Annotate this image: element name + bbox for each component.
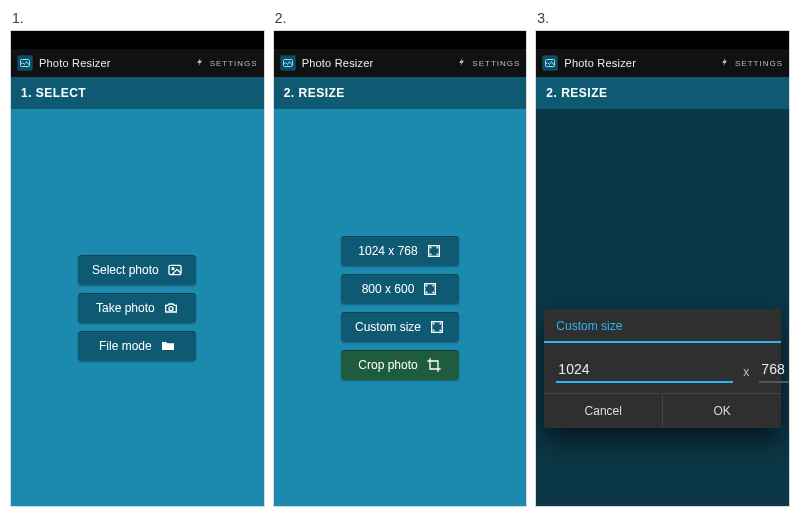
settings-label: SETTINGS [210, 59, 258, 68]
panel-1: 1. Photo Resizer SETTINGS 1. SELECT [10, 10, 265, 507]
crop-icon [426, 357, 442, 373]
phone-frame-2: Photo Resizer SETTINGS 2. RESIZE 1024 x … [273, 30, 528, 507]
folder-icon [160, 338, 176, 354]
custom-size-label: Custom size [355, 320, 421, 334]
step-header: 2. RESIZE [274, 77, 527, 109]
button-stack: Select photo Take photo File mode [78, 255, 196, 361]
android-statusbar [11, 31, 264, 49]
settings-label: SETTINGS [735, 59, 783, 68]
three-panel-layout: 1. Photo Resizer SETTINGS 1. SELECT [0, 0, 800, 517]
svg-point-3 [169, 306, 173, 310]
svg-rect-1 [169, 265, 181, 274]
step-number-1: 1. [10, 10, 265, 30]
height-input[interactable] [759, 357, 790, 383]
app-title: Photo Resizer [302, 57, 451, 69]
dialog-body: x [544, 343, 781, 393]
android-statusbar [274, 31, 527, 49]
settings-button[interactable]: SETTINGS [719, 56, 783, 70]
app-logo-icon [280, 55, 296, 71]
phone-frame-1: Photo Resizer SETTINGS 1. SELECT Select … [10, 30, 265, 507]
step-header: 1. SELECT [11, 77, 264, 109]
step-number-3: 3. [535, 10, 790, 30]
button-stack: 1024 x 768 800 x 600 Custom size [341, 236, 459, 380]
settings-run-icon [456, 56, 468, 70]
android-statusbar [536, 31, 789, 49]
app-logo-icon [542, 55, 558, 71]
expand-icon [429, 319, 445, 335]
step-number-2: 2. [273, 10, 528, 30]
size-1024-label: 1024 x 768 [358, 244, 417, 258]
panel-3: 3. Photo Resizer SETTINGS 2. RESIZE [535, 10, 790, 507]
file-mode-button[interactable]: File mode [78, 331, 196, 361]
expand-icon [426, 243, 442, 259]
app-bar: Photo Resizer SETTINGS [274, 49, 527, 77]
take-photo-button[interactable]: Take photo [78, 293, 196, 323]
app-bar: Photo Resizer SETTINGS [536, 49, 789, 77]
svg-point-2 [172, 267, 174, 269]
select-photo-button[interactable]: Select photo [78, 255, 196, 285]
settings-button[interactable]: SETTINGS [194, 56, 258, 70]
size-800-label: 800 x 600 [362, 282, 415, 296]
panel-2: 2. Photo Resizer SETTINGS 2. RESIZE [273, 10, 528, 507]
phone-frame-3: Photo Resizer SETTINGS 2. RESIZE Crop ph… [535, 30, 790, 507]
width-input[interactable] [556, 357, 733, 383]
screen-area: Select photo Take photo File mode [11, 109, 264, 506]
size-800-button[interactable]: 800 x 600 [341, 274, 459, 304]
settings-run-icon [194, 56, 206, 70]
size-1024-button[interactable]: 1024 x 768 [341, 236, 459, 266]
select-photo-label: Select photo [92, 263, 159, 277]
crop-photo-label: Crop photo [358, 358, 417, 372]
dialog-actions: Cancel OK [544, 393, 781, 428]
app-bar: Photo Resizer SETTINGS [11, 49, 264, 77]
by-separator: x [743, 365, 749, 383]
ok-button[interactable]: OK [662, 394, 781, 428]
app-logo-icon [17, 55, 33, 71]
file-mode-label: File mode [99, 339, 152, 353]
screen-area: Crop photo Custom size x Cancel [536, 109, 789, 506]
expand-icon [422, 281, 438, 297]
camera-icon [163, 300, 179, 316]
cancel-button[interactable]: Cancel [544, 394, 662, 428]
app-title: Photo Resizer [39, 57, 188, 69]
settings-button[interactable]: SETTINGS [456, 56, 520, 70]
take-photo-label: Take photo [96, 301, 155, 315]
screen-area: 1024 x 768 800 x 600 Custom size [274, 109, 527, 506]
crop-photo-button[interactable]: Crop photo [341, 350, 459, 380]
settings-run-icon [719, 56, 731, 70]
settings-label: SETTINGS [472, 59, 520, 68]
app-title: Photo Resizer [564, 57, 713, 69]
dialog-title: Custom size [544, 309, 781, 343]
step-header: 2. RESIZE [536, 77, 789, 109]
custom-size-dialog: Custom size x Cancel OK [544, 309, 781, 428]
image-icon [167, 262, 183, 278]
custom-size-button[interactable]: Custom size [341, 312, 459, 342]
